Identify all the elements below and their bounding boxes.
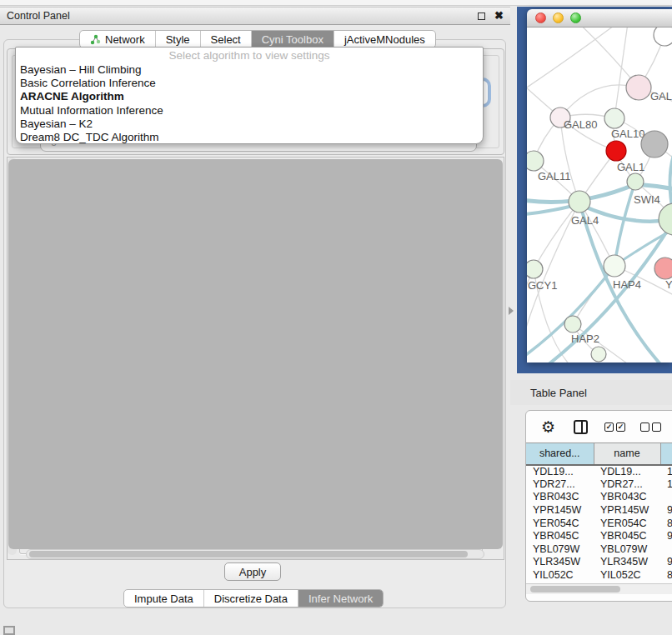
network-node-gal1[interactable] (627, 173, 644, 190)
table-cell[interactable]: YER054C (594, 517, 660, 530)
app-top-strip (0, 0, 672, 6)
table-row[interactable]: YLR345WYLR345W9. (526, 556, 672, 569)
tab-discretize-data[interactable]: Discretize Data (204, 590, 298, 607)
table-cell[interactable]: 12 (660, 478, 672, 491)
network-node-hap2[interactable] (564, 316, 581, 332)
table-row[interactable]: YBL079WYBL079W (526, 542, 672, 556)
network-node-y[interactable] (654, 258, 672, 279)
table-cell[interactable]: YPR145W (526, 503, 594, 517)
tab-select[interactable]: Select (201, 31, 252, 48)
zoom-traffic-light-icon[interactable] (570, 12, 581, 23)
settings-vertical-scrollbar[interactable] (8, 158, 17, 555)
network-icon (90, 34, 101, 45)
network-node-gal10[interactable] (604, 108, 624, 128)
network-canvas[interactable]: GALGAL80GAL10GAL1SWI4GAL11GAL4GCY1HAP4YH… (527, 28, 672, 362)
table-cell[interactable]: YLR345W (526, 556, 594, 569)
network-node[interactable] (591, 347, 606, 362)
table-cell[interactable]: YDL19... (594, 465, 660, 478)
dropdown-item-highlighted[interactable]: ARACNE Algorithm (16, 90, 483, 103)
dropdown-item[interactable]: Basic Correlation Inference (16, 77, 483, 90)
cyni-settings-panel: Cyni Algorithm Settings Algorithm Defini… (7, 157, 504, 560)
node-label: GAL11 (538, 170, 571, 182)
table-cell[interactable]: 9. (660, 556, 672, 569)
tab-style[interactable]: Style (156, 31, 201, 48)
table-cell[interactable]: YBR043C (594, 491, 660, 504)
network-node-hap4[interactable] (604, 255, 625, 277)
network-node-gal11[interactable] (527, 151, 544, 171)
columns-icon[interactable] (574, 420, 588, 434)
node-label: GAL80 (564, 118, 597, 131)
tab-infer-network[interactable]: Infer Network (298, 590, 383, 607)
network-node-gcy1[interactable] (527, 260, 543, 278)
column-header-third[interactable]: A (660, 443, 672, 465)
dropdown-item[interactable]: Bayesian – Hill Climbing (16, 63, 483, 77)
cyni-bottom-tabs: Impute Data Discretize Data Infer Networ… (123, 589, 384, 608)
panel-splitter-arrow[interactable] (509, 307, 514, 315)
select-all-checkboxes-icon[interactable]: ✓✓ (604, 422, 625, 432)
tab-impute-data[interactable]: Impute Data (124, 590, 204, 607)
table-cell[interactable]: YBL079W (526, 542, 594, 556)
tab-cyni-toolbox[interactable]: Cyni Toolbox (252, 31, 334, 48)
table-toolbar: ⚙ ✓✓ (526, 411, 672, 442)
network-node[interactable] (654, 28, 672, 46)
tab-jactivemnodules[interactable]: jActiveMNodules (334, 31, 435, 48)
table-cell[interactable]: YBR043C (526, 491, 594, 504)
table-cell[interactable]: YDL19... (526, 465, 594, 478)
gear-icon[interactable]: ⚙ (541, 418, 555, 437)
table-cell[interactable]: YBR045C (594, 529, 660, 542)
table-row[interactable]: YBR045CYBR045C9. (526, 529, 672, 542)
table-cell[interactable]: YER054C (526, 517, 594, 530)
dropdown-item[interactable]: Bayesian – K2 (16, 118, 483, 131)
table-cell[interactable]: YBR045C (526, 529, 594, 542)
network-edge[interactable] (573, 28, 639, 88)
table-cell[interactable]: YLR345W (594, 556, 660, 569)
table-cell[interactable]: YDR27... (526, 478, 594, 491)
table-cell[interactable] (660, 542, 672, 556)
table-body: YDL19...YDL19...13YDR27...YDR27...12YBR0… (526, 465, 672, 582)
table-cell[interactable]: YDR27... (594, 478, 660, 491)
network-window-titlebar[interactable] (527, 9, 672, 28)
network-edge[interactable] (527, 28, 620, 94)
dropdown-item[interactable]: Mutual Information Inference (16, 104, 483, 118)
table-row[interactable]: YIL052CYIL052C8 (526, 568, 672, 582)
table-cell[interactable]: YBL079W (594, 542, 660, 556)
table-row[interactable]: YER054CYER054C8. (526, 517, 672, 530)
network-node[interactable] (641, 131, 668, 158)
float-window-icon[interactable] (478, 12, 485, 20)
table-cell[interactable]: YIL052C (594, 568, 660, 582)
table-cell[interactable]: 8 (660, 568, 672, 582)
table-panel-titlebar: Table Panel (510, 380, 672, 405)
network-node-swi4[interactable] (659, 203, 672, 235)
tab-network[interactable]: Network (80, 31, 156, 48)
network-node-gal4[interactable] (569, 191, 590, 212)
collapsed-panel-icon[interactable] (3, 626, 15, 635)
table-cell[interactable]: 9. (660, 503, 672, 517)
table-cell[interactable]: 13 (660, 465, 672, 478)
table-cell[interactable]: 8. (660, 517, 672, 530)
dropdown-item[interactable]: Dream8 DC_TDC Algorithm (16, 131, 483, 144)
minimize-traffic-light-icon[interactable] (553, 12, 564, 23)
column-header-shared[interactable]: shared... (526, 443, 594, 465)
table-row[interactable]: YDL19...YDL19...13 (526, 465, 672, 478)
table-row[interactable]: YDR27...YDR27...12 (526, 478, 672, 491)
network-node-gal[interactable] (626, 75, 651, 100)
node-label: Y (665, 278, 672, 291)
settings-horizontal-scrollbar[interactable] (26, 549, 484, 559)
node-label: HAP4 (613, 278, 641, 291)
control-panel-tabs: Network Style Select Cyni Toolbox jActiv… (79, 30, 436, 48)
table-cell[interactable]: YIL052C (526, 568, 594, 582)
table-horizontal-scrollbar[interactable] (526, 583, 672, 594)
deselect-all-checkboxes-icon[interactable] (640, 422, 661, 432)
table-header-row: shared... name A (526, 443, 672, 465)
table-cell[interactable]: 9. (660, 529, 672, 542)
column-header-name[interactable]: name (594, 443, 660, 465)
close-icon[interactable]: ✖ (494, 12, 504, 20)
network-node[interactable] (606, 141, 626, 161)
table-cell[interactable]: YPR145W (594, 503, 660, 517)
close-traffic-light-icon[interactable] (535, 12, 546, 23)
table-row[interactable]: YPR145WYPR145W9. (526, 503, 672, 517)
table-cell[interactable] (660, 491, 672, 504)
table-row[interactable]: YBR043CYBR043C (526, 491, 672, 504)
node-label: GAL1 (617, 161, 644, 173)
apply-button[interactable]: Apply (224, 562, 281, 581)
